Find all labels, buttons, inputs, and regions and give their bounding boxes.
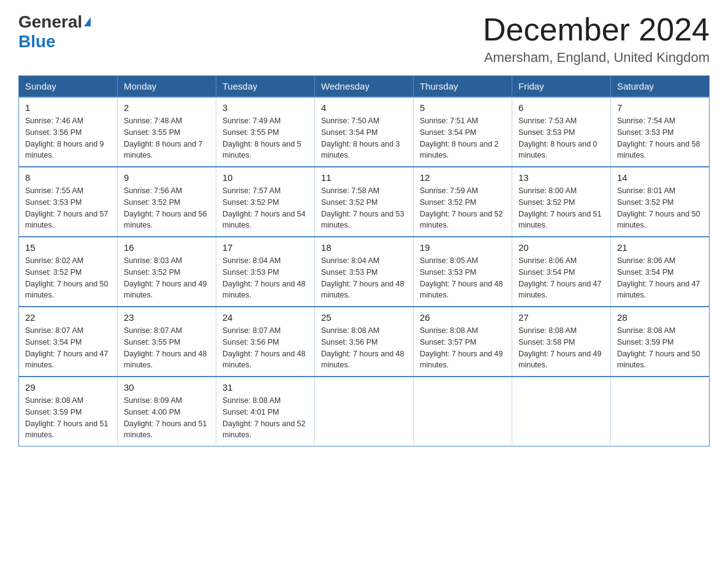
calendar-cell: 13Sunrise: 8:00 AMSunset: 3:52 PMDayligh… <box>512 167 611 237</box>
calendar-cell: 16Sunrise: 8:03 AMSunset: 3:52 PMDayligh… <box>118 237 216 307</box>
day-number: 8 <box>25 172 111 183</box>
calendar-cell: 1Sunrise: 7:46 AMSunset: 3:56 PMDaylight… <box>19 97 118 167</box>
calendar-cell: 9Sunrise: 7:56 AMSunset: 3:52 PMDaylight… <box>118 167 216 237</box>
calendar-cell: 11Sunrise: 7:58 AMSunset: 3:52 PMDayligh… <box>315 167 414 237</box>
calendar-week-row: 8Sunrise: 7:55 AMSunset: 3:53 PMDaylight… <box>19 167 710 237</box>
col-header-wednesday: Wednesday <box>315 76 414 98</box>
calendar-cell: 19Sunrise: 8:05 AMSunset: 3:53 PMDayligh… <box>414 237 512 307</box>
calendar-cell: 26Sunrise: 8:08 AMSunset: 3:57 PMDayligh… <box>414 307 512 377</box>
day-info: Sunrise: 8:02 AMSunset: 3:52 PMDaylight:… <box>25 255 111 301</box>
day-info: Sunrise: 8:06 AMSunset: 3:54 PMDaylight:… <box>617 255 703 301</box>
day-number: 6 <box>518 102 604 113</box>
calendar-cell: 30Sunrise: 8:09 AMSunset: 4:00 PMDayligh… <box>118 377 216 446</box>
day-number: 13 <box>518 172 604 183</box>
calendar-cell: 29Sunrise: 8:08 AMSunset: 3:59 PMDayligh… <box>19 377 118 446</box>
day-info: Sunrise: 7:56 AMSunset: 3:52 PMDaylight:… <box>124 185 210 231</box>
day-number: 3 <box>222 102 308 113</box>
day-info: Sunrise: 8:04 AMSunset: 3:53 PMDaylight:… <box>321 255 407 301</box>
day-info: Sunrise: 8:07 AMSunset: 3:56 PMDaylight:… <box>222 325 308 371</box>
calendar-cell <box>315 377 414 446</box>
calendar-cell <box>414 377 512 446</box>
day-info: Sunrise: 8:01 AMSunset: 3:52 PMDaylight:… <box>617 185 703 231</box>
calendar-header-row: SundayMondayTuesdayWednesdayThursdayFrid… <box>19 76 710 98</box>
day-info: Sunrise: 7:55 AMSunset: 3:53 PMDaylight:… <box>25 185 111 231</box>
day-info: Sunrise: 8:07 AMSunset: 3:54 PMDaylight:… <box>25 325 111 371</box>
day-number: 25 <box>321 312 407 323</box>
day-number: 12 <box>420 172 506 183</box>
calendar-title: December 2024 <box>483 12 710 47</box>
col-header-monday: Monday <box>118 76 216 98</box>
calendar-cell: 27Sunrise: 8:08 AMSunset: 3:58 PMDayligh… <box>512 307 611 377</box>
calendar-cell <box>512 377 611 446</box>
calendar-cell: 6Sunrise: 7:53 AMSunset: 3:53 PMDaylight… <box>512 97 611 167</box>
day-info: Sunrise: 7:54 AMSunset: 3:53 PMDaylight:… <box>617 115 703 161</box>
day-info: Sunrise: 7:46 AMSunset: 3:56 PMDaylight:… <box>25 115 111 161</box>
calendar-week-row: 29Sunrise: 8:08 AMSunset: 3:59 PMDayligh… <box>19 377 710 446</box>
day-info: Sunrise: 8:04 AMSunset: 3:53 PMDaylight:… <box>222 255 308 301</box>
calendar-cell: 10Sunrise: 7:57 AMSunset: 3:52 PMDayligh… <box>216 167 315 237</box>
day-number: 11 <box>321 172 407 183</box>
day-number: 2 <box>124 102 210 113</box>
day-number: 7 <box>617 102 703 113</box>
day-number: 16 <box>124 242 210 253</box>
calendar-week-row: 1Sunrise: 7:46 AMSunset: 3:56 PMDaylight… <box>19 97 710 167</box>
day-number: 22 <box>25 312 111 323</box>
title-block: December 2024 Amersham, England, United … <box>483 12 710 66</box>
col-header-friday: Friday <box>512 76 611 98</box>
calendar-cell: 2Sunrise: 7:48 AMSunset: 3:55 PMDaylight… <box>118 97 216 167</box>
calendar-cell: 28Sunrise: 8:08 AMSunset: 3:59 PMDayligh… <box>611 307 710 377</box>
day-number: 4 <box>321 102 407 113</box>
day-number: 1 <box>25 102 111 113</box>
day-number: 27 <box>518 312 604 323</box>
calendar-cell: 3Sunrise: 7:49 AMSunset: 3:55 PMDaylight… <box>216 97 315 167</box>
day-number: 18 <box>321 242 407 253</box>
day-number: 15 <box>25 242 111 253</box>
col-header-tuesday: Tuesday <box>216 76 315 98</box>
calendar-cell: 25Sunrise: 8:08 AMSunset: 3:56 PMDayligh… <box>315 307 414 377</box>
calendar-cell: 17Sunrise: 8:04 AMSunset: 3:53 PMDayligh… <box>216 237 315 307</box>
day-info: Sunrise: 8:08 AMSunset: 3:59 PMDaylight:… <box>25 395 111 441</box>
logo: General Blue <box>18 12 91 52</box>
calendar-table: SundayMondayTuesdayWednesdayThursdayFrid… <box>18 75 710 446</box>
day-info: Sunrise: 8:08 AMSunset: 3:56 PMDaylight:… <box>321 325 407 371</box>
day-info: Sunrise: 7:50 AMSunset: 3:54 PMDaylight:… <box>321 115 407 161</box>
day-number: 28 <box>617 312 703 323</box>
calendar-subtitle: Amersham, England, United Kingdom <box>483 50 710 66</box>
day-number: 26 <box>420 312 506 323</box>
day-number: 10 <box>222 172 308 183</box>
day-info: Sunrise: 7:51 AMSunset: 3:54 PMDaylight:… <box>420 115 506 161</box>
day-number: 31 <box>222 382 308 393</box>
day-info: Sunrise: 8:08 AMSunset: 4:01 PMDaylight:… <box>222 395 308 441</box>
day-number: 19 <box>420 242 506 253</box>
day-info: Sunrise: 8:08 AMSunset: 3:58 PMDaylight:… <box>518 325 604 371</box>
day-number: 24 <box>222 312 308 323</box>
day-info: Sunrise: 8:00 AMSunset: 3:52 PMDaylight:… <box>518 185 604 231</box>
day-info: Sunrise: 8:05 AMSunset: 3:53 PMDaylight:… <box>420 255 506 301</box>
day-number: 30 <box>124 382 210 393</box>
day-info: Sunrise: 8:08 AMSunset: 3:59 PMDaylight:… <box>617 325 703 371</box>
calendar-cell: 7Sunrise: 7:54 AMSunset: 3:53 PMDaylight… <box>611 97 710 167</box>
day-info: Sunrise: 7:48 AMSunset: 3:55 PMDaylight:… <box>124 115 210 161</box>
day-number: 17 <box>222 242 308 253</box>
calendar-week-row: 22Sunrise: 8:07 AMSunset: 3:54 PMDayligh… <box>19 307 710 377</box>
col-header-saturday: Saturday <box>611 76 710 98</box>
calendar-cell: 8Sunrise: 7:55 AMSunset: 3:53 PMDaylight… <box>19 167 118 237</box>
logo-blue-text: Blue <box>18 32 56 52</box>
logo-arrow-icon <box>84 17 91 26</box>
day-info: Sunrise: 8:07 AMSunset: 3:55 PMDaylight:… <box>124 325 210 371</box>
day-number: 20 <box>518 242 604 253</box>
calendar-cell: 14Sunrise: 8:01 AMSunset: 3:52 PMDayligh… <box>611 167 710 237</box>
calendar-week-row: 15Sunrise: 8:02 AMSunset: 3:52 PMDayligh… <box>19 237 710 307</box>
day-info: Sunrise: 7:49 AMSunset: 3:55 PMDaylight:… <box>222 115 308 161</box>
day-info: Sunrise: 7:58 AMSunset: 3:52 PMDaylight:… <box>321 185 407 231</box>
calendar-cell: 18Sunrise: 8:04 AMSunset: 3:53 PMDayligh… <box>315 237 414 307</box>
day-info: Sunrise: 8:08 AMSunset: 3:57 PMDaylight:… <box>420 325 506 371</box>
calendar-cell: 23Sunrise: 8:07 AMSunset: 3:55 PMDayligh… <box>118 307 216 377</box>
day-info: Sunrise: 7:53 AMSunset: 3:53 PMDaylight:… <box>518 115 604 161</box>
logo-general-text: General <box>18 12 82 32</box>
calendar-cell: 20Sunrise: 8:06 AMSunset: 3:54 PMDayligh… <box>512 237 611 307</box>
day-info: Sunrise: 8:06 AMSunset: 3:54 PMDaylight:… <box>518 255 604 301</box>
calendar-cell: 31Sunrise: 8:08 AMSunset: 4:01 PMDayligh… <box>216 377 315 446</box>
col-header-sunday: Sunday <box>19 76 118 98</box>
calendar-cell: 12Sunrise: 7:59 AMSunset: 3:52 PMDayligh… <box>414 167 512 237</box>
